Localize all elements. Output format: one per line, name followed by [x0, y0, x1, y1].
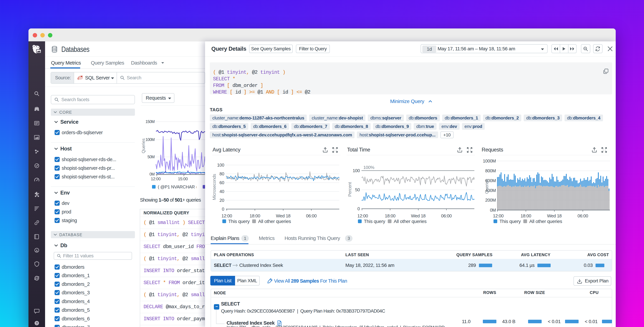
svg-text:?: ? [36, 322, 38, 325]
